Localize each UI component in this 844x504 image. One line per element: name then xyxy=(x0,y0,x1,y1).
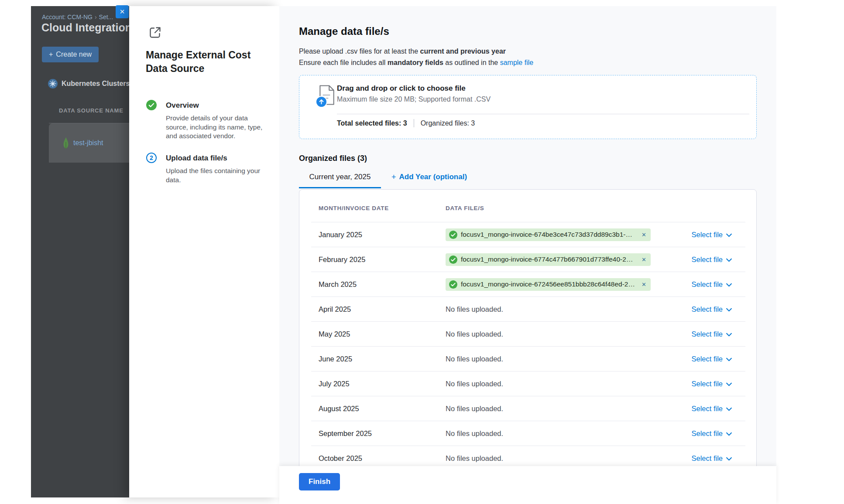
sample-file-link[interactable]: sample file xyxy=(500,59,533,66)
breadcrumb-separator-icon: › xyxy=(95,14,97,20)
breadcrumb-section: Set... xyxy=(99,14,113,20)
file-stats: Total selected files: 3 Organized files:… xyxy=(337,119,475,127)
remove-file-icon[interactable]: ✕ xyxy=(642,281,646,288)
select-file-dropdown[interactable]: Select file xyxy=(691,255,732,264)
close-icon: ✕ xyxy=(120,8,125,15)
launch-icon xyxy=(148,25,162,40)
create-new-button: +Create new xyxy=(42,47,99,62)
kubernetes-icon xyxy=(48,79,58,89)
chevron-down-icon xyxy=(726,308,732,312)
month-label: January 2025 xyxy=(319,231,446,239)
total-selected-files: Total selected files: 3 xyxy=(337,119,407,127)
mongodb-leaf-icon xyxy=(63,137,69,149)
select-file-dropdown[interactable]: Select file xyxy=(691,454,732,463)
year-tabs: Current year, 2025 + Add Year (optional) xyxy=(299,173,467,188)
no-files-text: No files uploaded. xyxy=(446,429,503,437)
close-button[interactable]: ✕ xyxy=(116,5,129,18)
tab-label: Kubernetes Clusters xyxy=(62,80,129,88)
upload-arrow-badge-icon xyxy=(316,96,327,108)
remove-file-icon[interactable]: ✕ xyxy=(642,232,646,238)
breadcrumb: Account: CCM-NG›Set... xyxy=(42,14,113,20)
data-source-name-link: test-jbisht xyxy=(73,139,103,147)
drawer-stepper-panel: Manage External Cost Data Source Overvie… xyxy=(129,6,279,497)
month-label: June 2025 xyxy=(319,355,446,363)
step-upload-description: Upload the files containing your data. xyxy=(166,167,263,184)
upload-data-files-panel: Manage data file/s Please upload .csv fi… xyxy=(279,6,776,466)
tab-kubernetes-clusters: Kubernetes Clusters xyxy=(48,79,129,89)
upload-instructions: Please upload .csv files for at least th… xyxy=(299,46,533,68)
organized-files-heading: Organized files (3) xyxy=(299,154,367,163)
panel-title: Manage data file/s xyxy=(299,25,389,37)
table-row: April 2025No files uploaded.Select file xyxy=(311,296,745,321)
plus-icon: + xyxy=(391,173,396,188)
select-file-dropdown[interactable]: Select file xyxy=(691,429,732,438)
drawer-footer: Finish xyxy=(279,466,776,504)
step-upload-data-files[interactable]: 2 Upload data file/s Upload the files co… xyxy=(146,153,263,184)
chevron-down-icon xyxy=(726,258,732,262)
table-row: June 2025No files uploaded.Select file xyxy=(311,346,745,371)
column-header-data-files: DATA FILE/S xyxy=(446,205,732,211)
remove-file-icon[interactable]: ✕ xyxy=(642,256,646,263)
dropzone-title: Drag and drop or click to choose file xyxy=(337,84,466,93)
table-row: February 2025focusv1_mongo-invoice-6774c… xyxy=(311,247,745,272)
file-dropzone[interactable]: Drag and drop or click to choose file Ma… xyxy=(299,75,757,139)
uploaded-file-chip: focusv1_mongo-invoice-674be3ce47c73d37dd… xyxy=(446,228,651,241)
table-row: October 2025No files uploaded.Select fil… xyxy=(311,446,745,466)
file-name: focusv1_mongo-invoice-672456ee851bbb28c6… xyxy=(461,280,636,288)
uploaded-file-chip: focusv1_mongo-invoice-6774c477b667901d77… xyxy=(446,253,651,266)
no-files-text: No files uploaded. xyxy=(446,355,503,363)
select-file-dropdown[interactable]: Select file xyxy=(691,280,732,289)
select-file-dropdown[interactable]: Select file xyxy=(691,305,732,313)
add-year-button[interactable]: + Add Year (optional) xyxy=(391,173,467,188)
table-body: January 2025focusv1_mongo-invoice-674be3… xyxy=(299,222,756,466)
no-files-text: No files uploaded. xyxy=(446,405,503,412)
chevron-down-icon xyxy=(726,358,732,361)
divider xyxy=(414,119,414,127)
no-files-text: No files uploaded. xyxy=(446,380,503,388)
chevron-down-icon xyxy=(726,233,732,237)
divider xyxy=(337,114,749,114)
tab-current-year[interactable]: Current year, 2025 xyxy=(299,173,381,188)
chevron-down-icon xyxy=(726,457,732,461)
instructions-line-2: Ensure each file includes all mandatory … xyxy=(299,57,533,68)
step-overview-description: Provide details of your data source, inc… xyxy=(166,114,263,141)
select-file-dropdown[interactable]: Select file xyxy=(691,231,732,239)
page-title: Cloud Integration xyxy=(41,21,129,34)
monthly-files-table: MONTH/INVOICE DATE DATA FILE/S January 2… xyxy=(299,189,757,466)
column-header-month: MONTH/INVOICE DATE xyxy=(319,205,446,211)
plus-icon: + xyxy=(49,51,53,58)
chevron-down-icon xyxy=(726,407,732,411)
data-source-row: test-jbisht xyxy=(49,123,129,163)
create-new-label: Create new xyxy=(56,51,92,58)
table-row: January 2025focusv1_mongo-invoice-674be3… xyxy=(311,222,745,247)
select-file-dropdown[interactable]: Select file xyxy=(691,405,732,413)
no-files-text: No files uploaded. xyxy=(446,454,503,462)
select-file-dropdown[interactable]: Select file xyxy=(691,355,732,363)
no-files-text: No files uploaded. xyxy=(446,305,503,313)
chevron-down-icon xyxy=(726,432,732,436)
chevron-down-icon xyxy=(726,283,732,287)
select-file-dropdown[interactable]: Select file xyxy=(691,330,732,338)
drawer-title: Manage External Cost Data Source xyxy=(146,48,256,75)
check-circle-icon xyxy=(449,280,457,289)
month-label: May 2025 xyxy=(319,330,446,338)
check-circle-icon xyxy=(449,231,457,239)
table-row: May 2025No files uploaded.Select file xyxy=(311,321,745,346)
chevron-down-icon xyxy=(726,382,732,386)
uploaded-file-chip: focusv1_mongo-invoice-672456ee851bbb28c6… xyxy=(446,278,651,291)
month-label: February 2025 xyxy=(319,255,446,264)
month-label: August 2025 xyxy=(319,405,446,413)
step-number-badge: 2 xyxy=(146,153,157,163)
finish-button[interactable]: Finish xyxy=(299,473,340,490)
step-overview[interactable]: Overview Provide details of your data so… xyxy=(146,100,263,141)
step-overview-label: Overview xyxy=(166,101,263,110)
upload-file-icon xyxy=(316,85,336,109)
month-label: October 2025 xyxy=(319,454,446,463)
month-label: March 2025 xyxy=(319,280,446,289)
file-name: focusv1_mongo-invoice-674be3ce47c73d37dd… xyxy=(461,231,636,238)
instructions-line-1: Please upload .csv files for at least th… xyxy=(299,46,533,57)
select-file-dropdown[interactable]: Select file xyxy=(691,380,732,388)
step-complete-check-icon xyxy=(146,100,157,110)
organized-files-count: Organized files: 3 xyxy=(421,119,475,127)
table-header-row: MONTH/INVOICE DATE DATA FILE/S xyxy=(311,190,745,222)
